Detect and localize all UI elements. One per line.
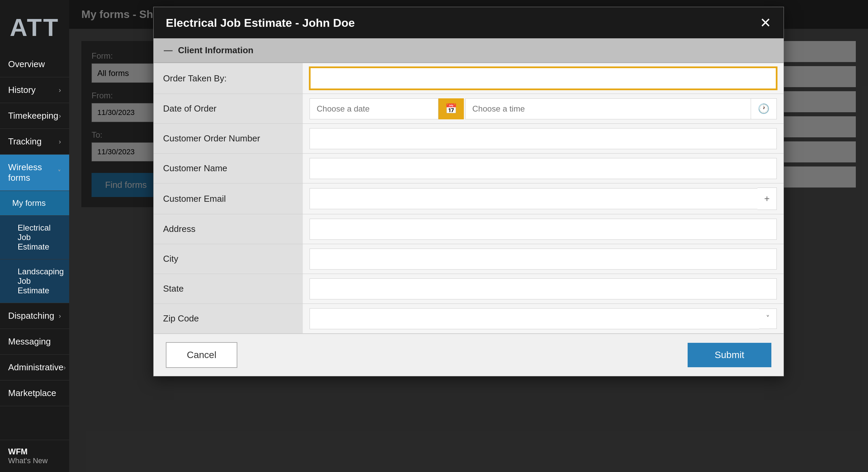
section-header: — Client Information	[154, 38, 784, 63]
field-input-wrapper-customer-email: +	[303, 183, 784, 214]
chevron-right-icon: ›	[59, 112, 61, 120]
city-input[interactable]	[310, 249, 777, 270]
sidebar-item-marketplace[interactable]: Marketplace	[0, 380, 69, 406]
field-label-zip-code: Zip Code	[154, 304, 303, 333]
modal-close-button[interactable]: ✕	[760, 16, 771, 29]
chevron-right-icon: ›	[59, 312, 61, 320]
sidebar-item-label: Wireless forms	[8, 162, 58, 183]
sidebar-item-landscaping-job-estimate[interactable]: Landscaping Job Estimate	[0, 259, 69, 303]
customer-email-input[interactable]	[310, 188, 757, 209]
modal-body: — Client Information Order Taken By:	[154, 38, 784, 334]
modal-overlay: Electrical Job Estimate - John Doe ✕ — C…	[69, 0, 868, 472]
sidebar-nav: Overview History › Timekeeping › Trackin…	[0, 52, 69, 440]
modal-title: Electrical Job Estimate - John Doe	[166, 16, 355, 29]
field-zip-code: Zip Code ˅	[154, 304, 784, 334]
sidebar-item-label: Messaging	[8, 336, 51, 347]
field-customer-email: Customer Email +	[154, 183, 784, 214]
field-label-state: State	[154, 274, 303, 303]
sidebar-item-messaging[interactable]: Messaging	[0, 329, 69, 355]
field-input-wrapper-order-taken-by	[303, 63, 784, 94]
sidebar-item-overview[interactable]: Overview	[0, 52, 69, 77]
field-label-address: Address	[154, 214, 303, 244]
section-title: Client Information	[178, 45, 253, 56]
chevron-right-icon: ›	[59, 138, 61, 145]
field-input-wrapper-state	[303, 274, 784, 303]
submit-button[interactable]: Submit	[688, 343, 771, 367]
field-address: Address	[154, 214, 784, 244]
email-with-plus: +	[310, 188, 777, 210]
sidebar-item-label: Tracking	[8, 136, 42, 147]
field-input-wrapper-customer-name	[303, 154, 784, 183]
modal-dialog: Electrical Job Estimate - John Doe ✕ — C…	[153, 7, 784, 376]
field-label-date-of-order: Date of Order	[154, 94, 303, 123]
field-input-wrapper-date-of-order: 📅 🕐	[303, 94, 784, 123]
field-customer-order-number: Customer Order Number	[154, 124, 784, 154]
sidebar-item-label: Landscaping Job Estimate	[18, 267, 64, 295]
chevron-right-icon: ›	[63, 363, 66, 371]
field-input-wrapper-city	[303, 244, 784, 274]
sidebar-item-tracking[interactable]: Tracking ›	[0, 129, 69, 155]
app-logo: ATT	[0, 0, 69, 52]
sidebar-item-label: Timekeeping	[8, 111, 58, 121]
sidebar-item-label: Dispatching	[8, 311, 54, 321]
chevron-down-icon: ˅	[58, 169, 61, 177]
sidebar-item-my-forms[interactable]: My forms	[0, 191, 69, 216]
field-label-customer-email: Customer Email	[154, 183, 303, 214]
modal-header: Electrical Job Estimate - John Doe ✕	[154, 7, 784, 38]
field-input-wrapper-customer-order-number	[303, 124, 784, 153]
date-time-wrapper: 📅 🕐	[310, 98, 777, 119]
field-customer-name: Customer Name	[154, 154, 784, 183]
whats-new-label[interactable]: What's New	[8, 456, 61, 465]
section-collapse-icon[interactable]: —	[164, 45, 173, 56]
form-fields: Order Taken By: Date of Order	[154, 63, 784, 334]
order-taken-by-input[interactable]	[310, 67, 777, 90]
field-input-wrapper-zip-code: ˅	[303, 304, 784, 333]
sidebar-item-label: Overview	[8, 59, 45, 70]
sidebar-item-label: Administrative	[8, 362, 63, 373]
zip-code-dropdown-button[interactable]: ˅	[759, 309, 777, 329]
field-input-wrapper-address	[303, 214, 784, 244]
address-input[interactable]	[310, 219, 777, 240]
field-label-customer-name: Customer Name	[154, 154, 303, 183]
date-of-order-date-input[interactable]	[310, 98, 438, 119]
main-content: My forms - Showing the last 50 s Form: A…	[69, 0, 868, 472]
sidebar: ATT Overview History › Timekeeping › Tra…	[0, 0, 69, 472]
wfm-title: WFM	[8, 447, 61, 456]
sidebar-item-timekeeping[interactable]: Timekeeping ›	[0, 103, 69, 129]
modal-footer: Cancel Submit	[154, 334, 784, 376]
sidebar-item-dispatching[interactable]: Dispatching ›	[0, 303, 69, 329]
chevron-right-icon: ›	[59, 86, 61, 94]
cancel-button[interactable]: Cancel	[166, 342, 237, 368]
date-of-order-time-input[interactable]	[465, 98, 751, 119]
sidebar-item-electrical-job-estimate[interactable]: Electrical Job Estimate	[0, 216, 69, 259]
field-label-city: City	[154, 244, 303, 274]
field-order-taken-by: Order Taken By:	[154, 63, 784, 94]
sidebar-item-administrative[interactable]: Administrative ›	[0, 355, 69, 380]
field-label-customer-order-number: Customer Order Number	[154, 124, 303, 153]
sidebar-item-label: Electrical Job Estimate	[18, 223, 61, 252]
customer-email-add-button[interactable]: +	[757, 188, 777, 210]
field-city: City	[154, 244, 784, 274]
sidebar-item-label: History	[8, 85, 36, 95]
sidebar-item-history[interactable]: History ›	[0, 77, 69, 103]
sidebar-bottom: WFM What's New	[0, 440, 69, 472]
sidebar-item-label: Marketplace	[8, 388, 56, 398]
sidebar-item-label: My forms	[12, 198, 46, 208]
date-of-order-clock-button[interactable]: 🕐	[751, 98, 777, 119]
zip-code-input[interactable]	[310, 308, 759, 329]
state-input[interactable]	[310, 278, 777, 299]
date-of-order-calendar-button[interactable]: 📅	[438, 98, 464, 119]
field-date-of-order: Date of Order 📅 🕐	[154, 94, 784, 124]
field-label-order-taken-by: Order Taken By:	[154, 63, 303, 94]
field-state: State	[154, 274, 784, 304]
sidebar-item-wireless-forms[interactable]: Wireless forms ˅	[0, 155, 69, 191]
customer-name-input[interactable]	[310, 158, 777, 179]
customer-order-number-input[interactable]	[310, 128, 777, 149]
zip-with-dropdown: ˅	[310, 308, 777, 329]
